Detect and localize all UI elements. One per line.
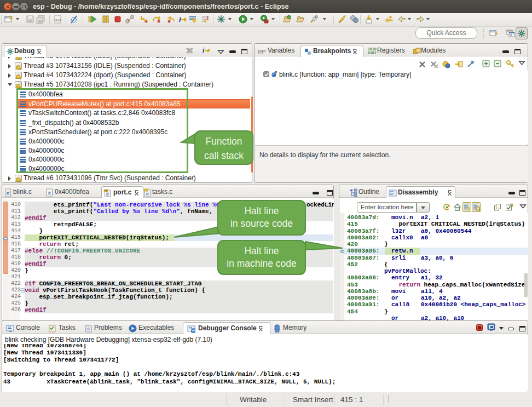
svg-text:c: c <box>146 191 149 196</box>
svg-text:c: c <box>510 33 512 37</box>
svg-text:c: c <box>48 191 51 196</box>
svg-text:010: 010 <box>55 19 61 22</box>
svg-text:c: c <box>106 192 109 197</box>
svg-text:c: c <box>7 191 9 196</box>
